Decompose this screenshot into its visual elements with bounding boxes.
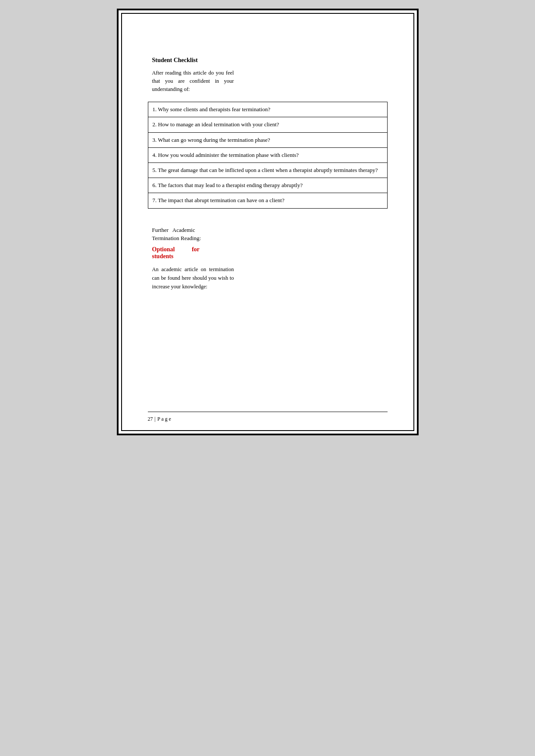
checklist-item: 1. Why some clients and therapists fear … [148, 102, 387, 117]
further-reading-title: Further Academic Termination Reading: [152, 226, 234, 243]
top-spacer [148, 31, 388, 57]
page-inner: Student Checklist After reading this art… [121, 13, 414, 431]
further-optional-line: Optional for [152, 245, 234, 253]
checklist-title: Student Checklist [152, 57, 234, 64]
page-footer: 27|P a g e [148, 412, 388, 422]
checklist-table: 1. Why some clients and therapists fear … [148, 102, 388, 208]
students-label: students [152, 253, 234, 260]
further-line2: Termination Reading: [152, 235, 201, 241]
checklist-item: 2. How to manage an ideal termination wi… [148, 117, 387, 132]
checklist-item: 6. The factors that may lead to a therap… [148, 178, 387, 193]
checklist-item: 5. The great damage that can be inflicte… [148, 163, 387, 178]
table-row: 1. Why some clients and therapists fear … [148, 102, 387, 117]
checklist-intro: After reading this article do you feel t… [152, 69, 234, 93]
checklist-item: 7. The impact that abrupt termination ca… [148, 193, 387, 208]
table-row: 2. How to manage an ideal termination wi… [148, 117, 387, 132]
page-outer: Student Checklist After reading this art… [117, 9, 419, 435]
further-line1: Further Academic [152, 227, 195, 233]
table-row: 5. The great damage that can be inflicte… [148, 163, 387, 178]
further-body-text: An academic article on termination can b… [152, 265, 234, 291]
table-row: 7. The impact that abrupt termination ca… [148, 193, 387, 208]
table-row: 4. How you would administer the terminat… [148, 147, 387, 162]
for-label: for [190, 246, 199, 253]
student-checklist-box: Student Checklist After reading this art… [148, 57, 234, 93]
optional-label: Optional [152, 246, 175, 253]
table-row: 3. What can go wrong during the terminat… [148, 132, 387, 147]
page-number: 27|P a g e [148, 416, 171, 422]
checklist-item: 4. How you would administer the terminat… [148, 147, 387, 162]
checklist-item: 3. What can go wrong during the terminat… [148, 132, 387, 147]
further-reading-box: Further Academic Termination Reading: Op… [148, 226, 234, 291]
table-row: 6. The factors that may lead to a therap… [148, 178, 387, 193]
